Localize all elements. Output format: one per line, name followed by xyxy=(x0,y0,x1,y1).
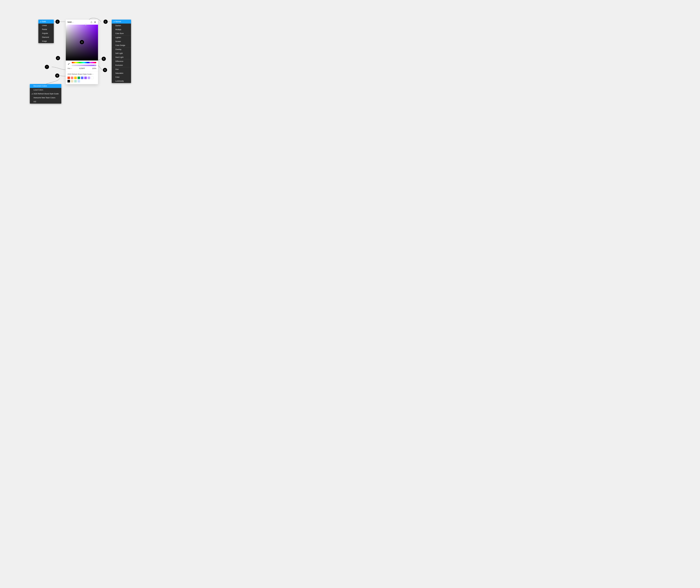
hue-slider[interactable] xyxy=(72,62,96,63)
menu-item-label: Luminosity xyxy=(115,80,124,82)
menu-item-label: Darken xyxy=(115,25,121,27)
color-swatch[interactable] xyxy=(67,77,70,79)
close-icon[interactable] xyxy=(94,21,96,23)
paint-type-item[interactable]: Image xyxy=(38,39,54,43)
check-icon xyxy=(39,21,42,22)
menu-item-label: Local Colors xyxy=(33,89,43,91)
blend-mode-item[interactable]: Luminosity xyxy=(112,79,131,83)
color-picker-panel: Solid Hex A259FF xyxy=(66,20,98,84)
library-source-item[interactable]: Local Colors xyxy=(30,88,61,92)
library-source-item[interactable]: UI2 xyxy=(30,100,61,104)
paint-type-menu[interactable]: SolidLinearRadialAngularDiamondImage xyxy=(38,20,54,43)
color-swatch[interactable] xyxy=(78,77,80,79)
blend-mode-item[interactable]: Saturation xyxy=(112,71,131,75)
callout-1: 1 xyxy=(55,20,60,24)
color-model-label: Hex xyxy=(67,67,70,69)
menu-item-label: Overlay xyxy=(115,48,121,50)
blend-mode-item[interactable]: Hard Light xyxy=(112,55,131,59)
opacity-slider[interactable] xyxy=(72,65,96,66)
opacity-value[interactable]: 100% xyxy=(92,67,96,69)
color-value-row: Hex A259FF 100% xyxy=(66,67,98,71)
color-swatch[interactable] xyxy=(88,77,90,79)
panel-header: Solid xyxy=(66,20,98,25)
color-swatch[interactable] xyxy=(74,77,77,79)
menu-item-label: Screen xyxy=(115,40,121,42)
paint-type-item[interactable]: Radial xyxy=(38,27,54,31)
menu-item-label: Normal xyxy=(115,21,121,23)
canvas-cursor[interactable] xyxy=(85,24,87,25)
color-swatch[interactable] xyxy=(91,77,94,79)
menu-item-label: Lighten xyxy=(115,37,121,39)
library-section: 2020 Refresh Brand Style Guide xyxy=(66,72,98,84)
callout-7: 7 xyxy=(45,65,49,69)
color-swatch[interactable] xyxy=(71,77,73,79)
callout-2: 2 xyxy=(103,20,108,24)
blend-mode-item[interactable]: Multiply xyxy=(112,28,131,31)
menu-item-label: Exclusion xyxy=(115,64,123,66)
menu-item-label: 2020 Refresh Brand Style Guide xyxy=(33,93,59,95)
callout-5: 5 xyxy=(102,57,106,61)
blend-mode-item[interactable]: Soft Light xyxy=(112,51,131,55)
hue-handle[interactable] xyxy=(90,62,91,63)
blend-mode-menu[interactable]: NormalDarkenMultiplyColor BurnLightenScr… xyxy=(112,20,131,83)
menu-item-label: Document Colors xyxy=(33,85,47,87)
menu-item-label: Multiply xyxy=(115,29,121,31)
menu-item-label: Linear xyxy=(42,25,47,26)
callout-6: 6 xyxy=(103,68,107,72)
blend-mode-item[interactable]: Difference xyxy=(112,59,131,63)
library-dropdown[interactable]: 2020 Refresh Brand Style Guide xyxy=(67,73,96,75)
menu-item-label: Soft Light xyxy=(115,52,123,54)
library-source-item[interactable]: 2020 Refresh Brand Style Guide xyxy=(30,92,61,96)
menu-item-label: Solid xyxy=(42,21,46,23)
paint-type-item[interactable]: Angular xyxy=(38,31,54,35)
menu-item-label: Color Dodge xyxy=(115,44,125,46)
color-swatch[interactable] xyxy=(74,80,77,82)
check-icon xyxy=(31,93,33,95)
paint-type-item[interactable]: Solid xyxy=(38,20,54,24)
menu-item-label: Color xyxy=(115,76,120,78)
blend-mode-item[interactable]: Overlay xyxy=(112,47,131,51)
menu-item-label: Hue xyxy=(115,68,119,70)
paint-type-label[interactable]: Solid xyxy=(67,21,72,23)
color-swatch[interactable] xyxy=(84,77,87,79)
opacity-handle[interactable] xyxy=(94,65,96,66)
chevron-down-icon[interactable] xyxy=(72,21,73,23)
paint-type-item[interactable]: Diamond xyxy=(38,35,54,39)
color-swatch[interactable] xyxy=(81,77,83,79)
blend-mode-item[interactable]: Lighten xyxy=(112,36,131,39)
menu-item-label: Angular xyxy=(42,32,48,34)
library-source-item[interactable]: Awesome New Team Colors xyxy=(30,96,61,100)
library-label: 2020 Refresh Brand Style Guide xyxy=(67,73,92,75)
eyedropper-icon[interactable] xyxy=(67,63,70,65)
menu-item-label: UI2 xyxy=(33,101,36,103)
menu-item-label: Radial xyxy=(42,28,47,30)
blend-mode-item[interactable]: Exclusion xyxy=(112,63,131,67)
blend-mode-icon[interactable] xyxy=(90,21,93,23)
color-swatch[interactable] xyxy=(67,80,70,82)
menu-item-label: Image xyxy=(42,40,47,42)
blend-mode-item[interactable]: Screen xyxy=(112,39,131,43)
menu-item-label: Saturation xyxy=(115,72,123,74)
menu-item-label: Diamond xyxy=(42,36,49,38)
color-swatch[interactable] xyxy=(78,80,80,82)
swatch-grid xyxy=(67,77,96,82)
menu-item-label: Awesome New Team Colors xyxy=(33,97,55,99)
library-source-item[interactable]: Document Colors xyxy=(30,84,61,88)
blend-mode-item[interactable]: Hue xyxy=(112,67,131,71)
callout-4: 4 xyxy=(56,56,60,60)
blend-mode-item[interactable]: Color Burn xyxy=(112,31,131,35)
hex-value[interactable]: A259FF xyxy=(72,67,92,69)
paint-type-item[interactable]: Linear xyxy=(38,24,54,27)
blend-mode-item[interactable]: Color Dodge xyxy=(112,43,131,47)
menu-item-label: Difference xyxy=(115,60,123,62)
blend-mode-item[interactable]: Color xyxy=(112,75,131,79)
color-model-dropdown[interactable]: Hex xyxy=(67,67,72,69)
callout-8: 8 xyxy=(55,73,59,78)
menu-item-label: Hard Light xyxy=(115,56,123,58)
callout-3: 3 xyxy=(80,40,84,44)
slider-row xyxy=(66,60,98,67)
color-swatch[interactable] xyxy=(71,80,73,82)
library-source-menu[interactable]: Document ColorsLocal Colors2020 Refresh … xyxy=(30,84,61,104)
blend-mode-item[interactable]: Darken xyxy=(112,24,131,28)
blend-mode-item[interactable]: Normal xyxy=(112,20,131,24)
